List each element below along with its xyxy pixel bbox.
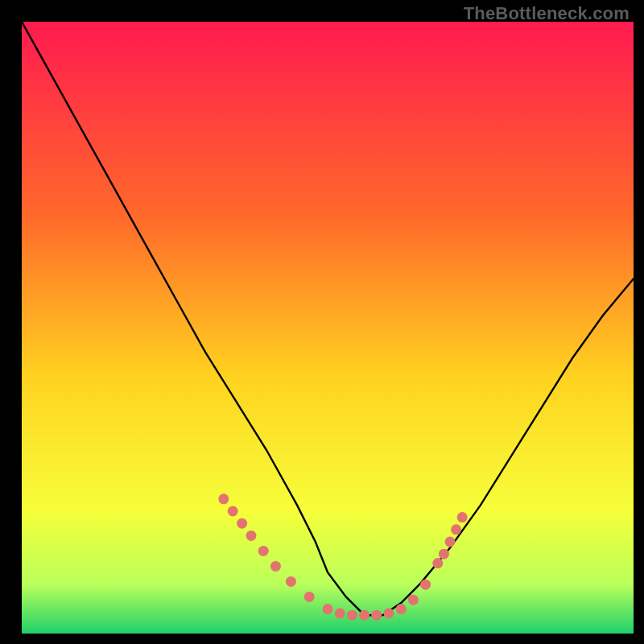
- chart-stage: TheBottleneck.com: [0, 0, 644, 644]
- highlight-dot: [439, 549, 449, 559]
- highlight-dot: [323, 604, 333, 614]
- highlight-dot: [451, 524, 461, 535]
- highlight-dot: [218, 493, 229, 504]
- chart-svg: [22, 22, 634, 634]
- highlight-dot: [237, 518, 247, 529]
- gradient-background: [22, 22, 634, 634]
- plot-area: [22, 22, 634, 634]
- highlight-dot: [445, 537, 456, 547]
- highlight-dot: [228, 506, 238, 517]
- highlight-dot: [408, 595, 419, 605]
- highlight-dot: [246, 530, 257, 541]
- highlight-dot: [396, 604, 407, 614]
- highlight-dot: [359, 610, 369, 621]
- highlight-dot: [432, 558, 443, 568]
- highlight-dot: [371, 610, 382, 621]
- highlight-dot: [304, 592, 315, 602]
- highlight-dot: [420, 580, 431, 590]
- highlight-dot: [270, 561, 281, 572]
- highlight-dot: [335, 608, 345, 618]
- highlight-dot: [347, 610, 357, 621]
- watermark-text: TheBottleneck.com: [464, 3, 630, 24]
- highlight-dot: [457, 512, 468, 522]
- highlight-dot: [286, 576, 296, 587]
- highlight-dot: [258, 546, 269, 556]
- highlight-dot: [384, 608, 394, 618]
